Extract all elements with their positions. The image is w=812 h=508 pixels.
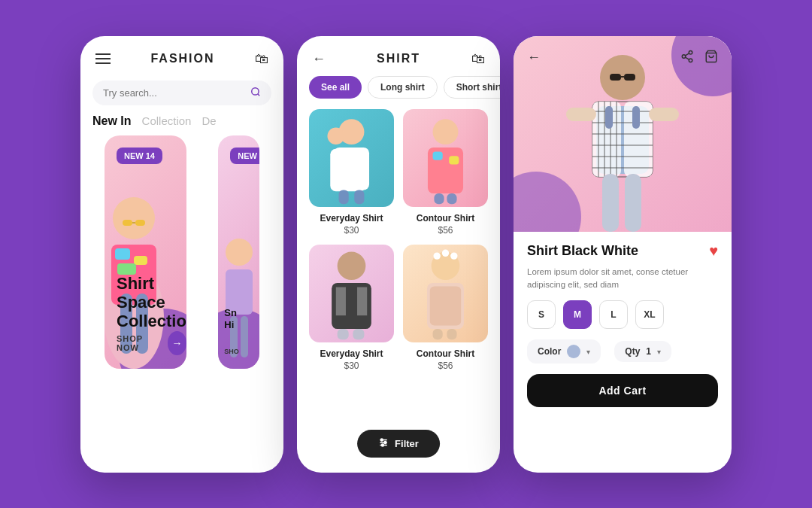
product-img-2 bbox=[403, 109, 488, 207]
size-l-button[interactable]: L bbox=[599, 300, 628, 329]
filter-button[interactable]: Filter bbox=[357, 430, 440, 458]
size-selector: S M L XL bbox=[527, 300, 718, 329]
chevron-down-icon: ▾ bbox=[586, 348, 590, 356]
product-hero-image: ← bbox=[514, 36, 732, 232]
svg-point-18 bbox=[327, 127, 344, 144]
detail-product-figure bbox=[551, 47, 694, 232]
product-figure-1 bbox=[309, 109, 394, 207]
svg-rect-40 bbox=[433, 329, 443, 339]
share-icon[interactable] bbox=[680, 50, 694, 66]
svg-rect-30 bbox=[336, 287, 346, 315]
product-name-1: Everyday Shirt bbox=[309, 213, 394, 224]
svg-point-45 bbox=[380, 439, 383, 441]
size-s-button[interactable]: S bbox=[527, 300, 556, 329]
svg-rect-31 bbox=[357, 287, 367, 315]
filter-icon bbox=[378, 437, 389, 450]
heart-icon[interactable]: ♥ bbox=[709, 242, 718, 260]
hamburger-icon[interactable] bbox=[95, 53, 111, 64]
svg-rect-5 bbox=[134, 256, 147, 265]
filter-tab-short-shirt[interactable]: Short shirt bbox=[444, 76, 500, 99]
search-bar[interactable] bbox=[92, 81, 271, 105]
svg-rect-55 bbox=[610, 74, 621, 81]
hero-banner-1: NEW 14 bbox=[105, 135, 186, 369]
bag-icon-3[interactable] bbox=[704, 50, 718, 66]
tab-collection[interactable]: Collection bbox=[142, 114, 192, 127]
svg-rect-77 bbox=[632, 106, 640, 129]
size-xl-button[interactable]: XL bbox=[635, 300, 664, 329]
svg-point-12 bbox=[226, 239, 253, 266]
color-qty-row: Color ▾ Qty 1 ▾ bbox=[527, 339, 718, 364]
svg-rect-39 bbox=[430, 286, 461, 325]
back-arrow-icon-3[interactable]: ← bbox=[527, 50, 541, 66]
secondary-figure bbox=[218, 218, 259, 369]
product-img-3 bbox=[309, 245, 394, 342]
svg-rect-7 bbox=[123, 220, 132, 226]
detail-title-row: Shirt Black White ♥ bbox=[527, 242, 718, 260]
hero-badge: NEW 14 bbox=[117, 148, 162, 164]
product-price-3: $30 bbox=[309, 360, 394, 371]
hero-badge-2: NEW bbox=[230, 148, 259, 164]
bag-icon-2[interactable]: 🛍 bbox=[471, 51, 485, 67]
secondary-hero-text: SnHi bbox=[224, 307, 237, 330]
arrow-right-icon[interactable]: → bbox=[168, 331, 187, 355]
product-figure-3 bbox=[309, 245, 394, 342]
product-figure-4 bbox=[403, 245, 488, 342]
product-price-1: $30 bbox=[309, 225, 394, 236]
add-cart-button[interactable]: Add Cart bbox=[527, 374, 718, 407]
tabs-row: New In Collection De bbox=[80, 114, 283, 135]
svg-rect-56 bbox=[624, 74, 635, 81]
secondary-shop-now[interactable]: SHO bbox=[224, 348, 239, 355]
svg-rect-41 bbox=[447, 329, 456, 339]
svg-rect-20 bbox=[339, 190, 349, 204]
color-selector[interactable]: Color ▾ bbox=[527, 339, 601, 364]
svg-point-35 bbox=[433, 252, 440, 259]
filter-tab-see-all[interactable]: See all bbox=[309, 76, 362, 99]
tab-de[interactable]: De bbox=[201, 114, 216, 127]
filter-tab-long-shirt[interactable]: Long shirt bbox=[368, 76, 438, 99]
phone-2-shirt-listing: ← SHIRT 🛍 See all Long shirt Short shirt bbox=[297, 36, 500, 473]
qty-value: 1 bbox=[646, 346, 651, 357]
product-name-4: Contour Shirt bbox=[403, 348, 488, 359]
product-name-2: Contour Shirt bbox=[403, 213, 488, 224]
shop-now-text[interactable]: SHOP NOW bbox=[117, 334, 159, 352]
svg-point-36 bbox=[442, 249, 449, 256]
brand-title: FASHION bbox=[150, 52, 214, 65]
svg-point-22 bbox=[433, 119, 459, 144]
svg-rect-75 bbox=[625, 174, 641, 232]
qty-label: Qty bbox=[625, 346, 640, 357]
bag-icon[interactable]: 🛍 bbox=[255, 51, 268, 67]
svg-rect-6 bbox=[117, 263, 136, 275]
phone1-header: FASHION 🛍 bbox=[80, 36, 283, 75]
product-img-1 bbox=[309, 109, 394, 207]
hero-text: Shirt Space Collection bbox=[117, 274, 186, 331]
product-card-2[interactable]: Contour Shirt $56 bbox=[403, 109, 488, 236]
svg-point-50 bbox=[689, 59, 692, 62]
phone2-title: SHIRT bbox=[377, 52, 420, 65]
svg-point-28 bbox=[338, 251, 366, 280]
back-arrow-icon[interactable]: ← bbox=[312, 51, 326, 67]
svg-point-37 bbox=[450, 252, 457, 259]
product-card-4[interactable]: Contour Shirt $56 bbox=[403, 245, 488, 371]
product-detail-info: Shirt Black White ♥ Lorem ipsum dolor si… bbox=[514, 232, 732, 417]
product-detail-desc: Lorem ipsum dolor sit amet, conse ctetue… bbox=[527, 266, 718, 292]
product-card-3[interactable]: Everyday Shirt $30 bbox=[309, 245, 394, 371]
svg-point-47 bbox=[381, 444, 383, 446]
tab-new-in[interactable]: New In bbox=[92, 114, 132, 128]
svg-rect-25 bbox=[449, 156, 459, 164]
size-m-button[interactable]: M bbox=[563, 300, 592, 329]
product-figure-2 bbox=[403, 109, 488, 207]
search-input[interactable] bbox=[103, 87, 250, 99]
svg-rect-21 bbox=[354, 190, 364, 204]
qty-selector[interactable]: Qty 1 ▾ bbox=[614, 341, 671, 362]
phone-1-fashion-home: FASHION 🛍 New In Collection De NEW 14 bbox=[80, 36, 283, 473]
product-price-2: $56 bbox=[403, 225, 488, 236]
phone2-header: ← SHIRT 🛍 bbox=[297, 36, 500, 76]
phone-3-product-detail: ← bbox=[514, 36, 732, 473]
qty-chevron-icon: ▾ bbox=[657, 348, 661, 356]
filter-btn-label: Filter bbox=[395, 438, 419, 449]
filter-tabs: See all Long shirt Short shirt bbox=[297, 76, 500, 109]
svg-point-46 bbox=[384, 441, 386, 443]
color-swatch bbox=[567, 345, 580, 358]
product-card-1[interactable]: Everyday Shirt $30 bbox=[309, 109, 394, 236]
svg-rect-74 bbox=[602, 174, 619, 232]
